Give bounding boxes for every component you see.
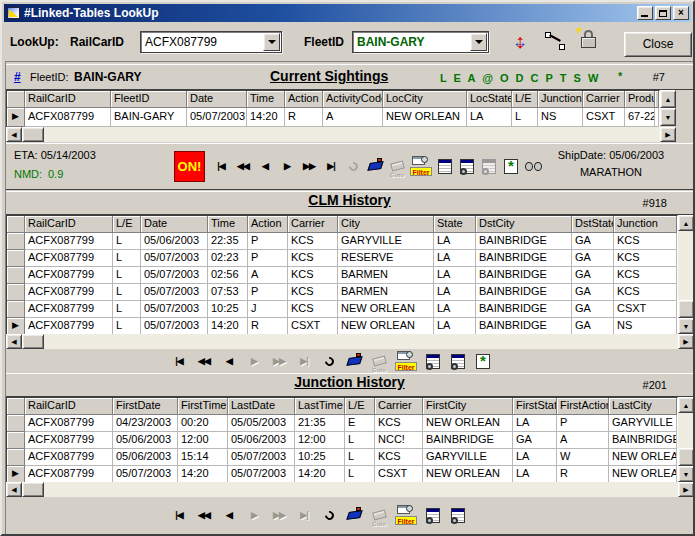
cell[interactable]: BAINBRIDGE (476, 318, 572, 335)
last-record-button[interactable]: ▶| (322, 156, 340, 176)
row-selector[interactable] (7, 301, 25, 318)
cell[interactable]: NEW ORLEAN (423, 415, 513, 432)
cell[interactable]: BAINBRIDGE (609, 432, 677, 449)
chevron-down-icon[interactable] (263, 33, 280, 51)
cell[interactable]: ACFX087799 (25, 267, 113, 284)
cell[interactable]: ACFX087799 (25, 284, 113, 301)
cell[interactable]: NCC! (375, 432, 423, 449)
column-header[interactable]: Carrier (375, 398, 423, 415)
cell[interactable]: E (345, 415, 375, 432)
cell[interactable]: 10:25 (295, 449, 345, 466)
title-bar[interactable]: #Linked-Tables LookUp × (4, 4, 691, 22)
erase-button[interactable] (366, 156, 384, 176)
cell[interactable]: 05/06/2003 (228, 432, 295, 449)
cell[interactable]: GA (572, 284, 614, 301)
cell[interactable]: B (655, 108, 659, 127)
cell[interactable]: 04/23/2003 (113, 415, 178, 432)
cell[interactable]: ACFX087799 (25, 432, 113, 449)
window-close-button[interactable]: × (673, 6, 689, 20)
cell[interactable]: KCS (288, 250, 338, 267)
cell[interactable]: 05/07/2003 (141, 301, 208, 318)
select-all-corner[interactable] (7, 91, 25, 108)
column-header[interactable]: LastTime (295, 398, 345, 415)
column-header[interactable]: FleetID (111, 91, 187, 108)
cell[interactable]: 21:35 (295, 415, 345, 432)
cell[interactable]: L (345, 432, 375, 449)
prev-record-button[interactable]: ◀ (220, 351, 238, 371)
scroll-down-button[interactable]: ▼ (678, 466, 694, 482)
cell[interactable]: LA (513, 415, 557, 432)
cell[interactable]: 05/07/2003 (141, 318, 208, 335)
cell[interactable]: 00:20 (178, 415, 228, 432)
cell[interactable]: ACFX087799 (25, 449, 113, 466)
scroll-left-button[interactable]: ◀ (6, 482, 22, 497)
cell[interactable]: ACFX087799 (25, 250, 113, 267)
chevron-down-icon[interactable] (470, 33, 487, 51)
row-selector[interactable] (7, 250, 25, 267)
first-record-button[interactable]: |◀ (170, 351, 188, 371)
cell[interactable]: GA (572, 233, 614, 250)
cell[interactable]: P (557, 415, 609, 432)
cell[interactable]: ACFX087799 (25, 415, 113, 432)
column-header[interactable]: Carrier (288, 216, 338, 233)
scroll-track[interactable] (6, 334, 694, 349)
cell[interactable]: 14:20 (247, 108, 285, 127)
railcarid-combobox[interactable]: ACFX087799 (140, 31, 282, 53)
prev-record-button[interactable]: ◀ (256, 156, 274, 176)
cell[interactable]: 02:56 (208, 267, 248, 284)
column-header[interactable]: RailCarID (25, 91, 111, 108)
column-header[interactable]: LocState (467, 91, 512, 108)
cell[interactable]: L (113, 284, 141, 301)
scroll-right-button[interactable]: ▶ (660, 127, 676, 142)
column-header[interactable]: Junction (538, 91, 583, 108)
cell[interactable]: KCS (288, 233, 338, 250)
expand-all-directions-icon[interactable]: ↔↕ (507, 28, 533, 54)
cell[interactable]: 14:20 (295, 466, 345, 483)
scroll-track[interactable] (6, 482, 694, 497)
cell[interactable]: GA (572, 250, 614, 267)
record-number-icon[interactable]: # (14, 70, 21, 84)
column-header[interactable]: RailCarID (25, 398, 113, 415)
cell[interactable]: 05/05/2003 (228, 415, 295, 432)
cell[interactable]: J (248, 301, 288, 318)
refresh-button[interactable] (320, 505, 338, 525)
scroll-thumb[interactable] (678, 448, 694, 466)
cell[interactable]: W (557, 449, 609, 466)
lock-icon[interactable] (576, 28, 602, 54)
cell[interactable]: BAINBRIDGE (476, 301, 572, 318)
prev-fast-button[interactable]: ◀◀ (195, 351, 213, 371)
close-button[interactable]: Close (624, 32, 692, 57)
cell[interactable]: L (113, 250, 141, 267)
filter-button[interactable]: Filter (410, 156, 432, 176)
next-record-button[interactable]: ▶ (278, 156, 296, 176)
refresh-button[interactable] (320, 351, 338, 371)
cell[interactable]: L (113, 301, 141, 318)
column-header[interactable]: FirstCity (423, 398, 513, 415)
cell[interactable]: LA (467, 108, 512, 127)
column-header[interactable]: FirstTime (178, 398, 228, 415)
scroll-down-button[interactable]: ▼ (660, 108, 676, 126)
row-selector[interactable]: ▶ (7, 466, 25, 483)
first-record-button[interactable]: |◀ (212, 156, 230, 176)
cell[interactable]: P (248, 233, 288, 250)
cell[interactable]: NS (538, 108, 583, 127)
erase-button[interactable] (345, 505, 363, 525)
filter-button[interactable]: Filter (395, 351, 417, 371)
column-header[interactable]: O (655, 91, 659, 108)
cell[interactable]: GARYVILLE (338, 233, 434, 250)
cell[interactable]: KCS (288, 284, 338, 301)
cell[interactable]: NEW ORLEAN (338, 301, 434, 318)
cell[interactable]: GA (572, 301, 614, 318)
report-button[interactable] (436, 156, 454, 176)
scroll-down-button[interactable]: ▼ (678, 318, 694, 334)
column-header[interactable]: LastCity (609, 398, 677, 415)
row-selector[interactable] (7, 233, 25, 250)
report-preview-button[interactable] (424, 505, 442, 525)
linked-tables-icon[interactable] (542, 28, 568, 54)
cell[interactable]: KCS (614, 284, 677, 301)
column-header[interactable]: FirstState (513, 398, 557, 415)
cell[interactable]: BAINBRIDGE (423, 432, 513, 449)
cell[interactable]: GARYVILLE (609, 415, 677, 432)
row-selector[interactable] (7, 415, 25, 432)
column-header[interactable]: Time (208, 216, 248, 233)
